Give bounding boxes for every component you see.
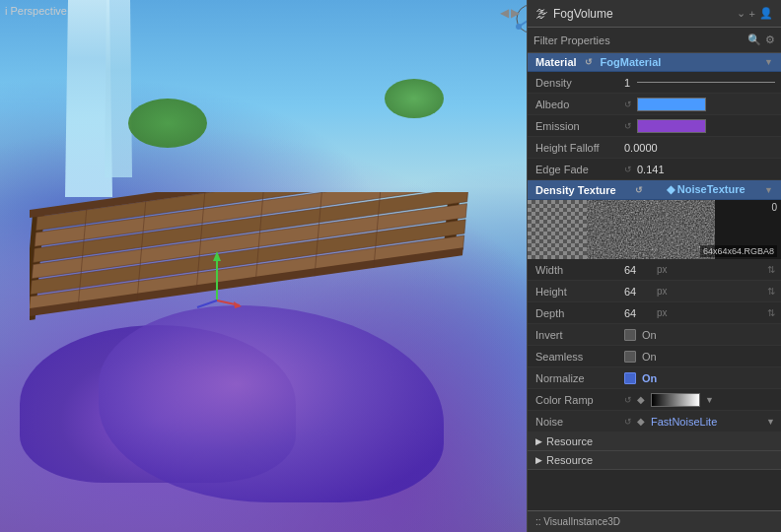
seamless-label: Seamless xyxy=(535,351,624,363)
height-row: Height 64 px ⇅ xyxy=(528,281,781,302)
edge-fade-value[interactable]: 0.141 xyxy=(637,164,665,175)
resource-header-2[interactable]: ▶ Resource xyxy=(528,451,781,470)
grass-patch-1 xyxy=(128,99,207,148)
texture-number: 0 xyxy=(771,202,777,213)
edge-fade-row: Edge Fade ↺ 0.141 xyxy=(528,159,781,180)
grass-patch-2 xyxy=(385,79,444,118)
height-stepper[interactable]: ⇅ xyxy=(767,286,775,297)
material-value: FogMaterial xyxy=(601,56,662,68)
resource-label-1: Resource xyxy=(546,435,593,447)
nav-back-icon[interactable]: ◀ xyxy=(500,6,509,20)
noise-dropdown[interactable]: ▼ xyxy=(766,417,775,427)
depth-label: Depth xyxy=(535,307,624,319)
density-row: Density 1 xyxy=(528,72,781,94)
material-reset-icon[interactable]: ↺ xyxy=(585,57,593,67)
noise-row: Noise ↺ ◆ FastNoiseLite ▼ xyxy=(528,411,781,432)
height-falloff-label: Height Falloff xyxy=(535,142,624,154)
density-texture-dropdown[interactable]: ▼ xyxy=(764,185,773,195)
bridge xyxy=(30,192,483,350)
emission-label: Emission xyxy=(535,120,624,132)
depth-row: Depth 64 px ⇅ xyxy=(528,302,781,324)
resource-header-1[interactable]: ▶ Resource xyxy=(528,432,781,451)
material-label: Material xyxy=(535,56,577,68)
resource-arrow-2: ▶ xyxy=(535,455,542,465)
perspective-label: i Perspective xyxy=(5,5,67,17)
svg-line-20 xyxy=(197,300,217,307)
history-icon[interactable]: ⌄ xyxy=(737,7,746,20)
bottom-bar-text: :: VisualInstance3D xyxy=(535,516,620,527)
fog-volume-title: FogVolume xyxy=(553,7,613,21)
width-label: Width xyxy=(535,264,624,276)
emission-color-swatch[interactable] xyxy=(637,119,706,133)
filter-settings-icon[interactable]: ⚙ xyxy=(765,33,775,46)
depth-stepper[interactable]: ⇅ xyxy=(767,307,775,318)
albedo-row: Albedo ↺ xyxy=(528,94,781,115)
color-ramp-swatch[interactable] xyxy=(651,393,700,407)
svg-marker-17 xyxy=(213,251,221,261)
material-dropdown-icon[interactable]: ▼ xyxy=(764,57,773,67)
height-value[interactable]: 64 xyxy=(624,286,654,298)
albedo-label: Albedo xyxy=(535,99,624,110)
seamless-value: On xyxy=(642,351,657,363)
color-ramp-icon: ◆ xyxy=(637,394,645,405)
height-falloff-row: Height Falloff 0.0000 xyxy=(528,137,781,159)
seamless-checkbox[interactable] xyxy=(624,351,636,363)
noise-icon: ◆ xyxy=(637,416,645,427)
normalize-value: On xyxy=(642,372,657,384)
depth-value[interactable]: 64 xyxy=(624,307,654,319)
albedo-reset-icon[interactable]: ↺ xyxy=(624,100,632,109)
search-icon: 🔍 xyxy=(747,33,761,46)
density-texture-header[interactable]: Density Texture ↺ ◆ NoiseTexture ▼ xyxy=(528,180,781,200)
invert-checkbox[interactable] xyxy=(624,329,636,341)
noise-reset-icon[interactable]: ↺ xyxy=(624,417,632,427)
svg-marker-19 xyxy=(234,301,242,308)
checker-preview xyxy=(528,200,587,259)
noise-value[interactable]: FastNoiseLite xyxy=(651,416,717,428)
filter-label: Filter Properties xyxy=(533,34,610,46)
svg-point-27 xyxy=(516,24,522,30)
color-ramp-dropdown[interactable]: ▼ xyxy=(705,395,714,405)
width-unit: px xyxy=(657,264,668,275)
invert-value: On xyxy=(642,329,657,341)
color-ramp-label: Color Ramp xyxy=(535,394,624,406)
depth-unit: px xyxy=(657,307,668,318)
emission-reset-icon[interactable]: ↺ xyxy=(624,121,632,131)
seamless-row: Seamless On xyxy=(528,346,781,367)
width-row: Width 64 px ⇅ xyxy=(528,259,781,281)
density-texture-label: Density Texture xyxy=(535,184,616,196)
normalize-checkbox[interactable] xyxy=(624,372,636,384)
resource-arrow-1: ▶ xyxy=(535,436,542,446)
color-ramp-reset-icon[interactable]: ↺ xyxy=(624,395,632,405)
inspector-panel: 🌫 FogVolume ⌄ + 👤 Filter Properties 🔍 ⚙ … xyxy=(527,0,781,532)
nav-forward-icon[interactable]: ▶ xyxy=(511,6,520,20)
add-icon[interactable]: + xyxy=(749,8,755,20)
fog-volume-icon: 🌫 xyxy=(535,7,547,21)
filter-bar: Filter Properties 🔍 ⚙ xyxy=(528,28,781,53)
material-section-header[interactable]: Material ↺ FogMaterial ▼ xyxy=(528,53,781,72)
height-falloff-value[interactable]: 0.0000 xyxy=(624,142,658,154)
noise-label: Noise xyxy=(535,416,624,428)
invert-row: Invert On xyxy=(528,324,781,346)
texture-info: 64x64x64.RGBA8 xyxy=(700,245,777,257)
properties-panel: Material ↺ FogMaterial ▼ Density 1 Albed… xyxy=(528,53,781,510)
density-texture-reset-icon[interactable]: ↺ xyxy=(635,185,643,195)
edge-fade-label: Edge Fade xyxy=(535,164,624,175)
albedo-color-swatch[interactable] xyxy=(637,98,706,111)
gizmo xyxy=(192,246,242,315)
noise-texture-name: ◆ NoiseTexture xyxy=(667,183,746,196)
normalize-label: Normalize xyxy=(535,372,624,384)
normalize-row: Normalize On xyxy=(528,367,781,389)
inspector-header: 🌫 FogVolume ⌄ + 👤 xyxy=(528,0,781,28)
height-unit: px xyxy=(657,286,668,297)
density-label: Density xyxy=(535,77,624,89)
bottom-bar: :: VisualInstance3D xyxy=(528,510,781,532)
invert-label: Invert xyxy=(535,329,624,341)
color-ramp-row: Color Ramp ↺ ◆ ▼ xyxy=(528,389,781,411)
inspector-title: 🌫 FogVolume xyxy=(535,7,613,21)
width-value[interactable]: 64 xyxy=(624,264,654,276)
emission-row: Emission ↺ xyxy=(528,115,781,137)
width-stepper[interactable]: ⇅ xyxy=(767,264,775,275)
user-icon[interactable]: 👤 xyxy=(759,7,773,20)
edge-fade-reset-icon[interactable]: ↺ xyxy=(624,165,632,174)
height-label: Height xyxy=(535,286,624,298)
